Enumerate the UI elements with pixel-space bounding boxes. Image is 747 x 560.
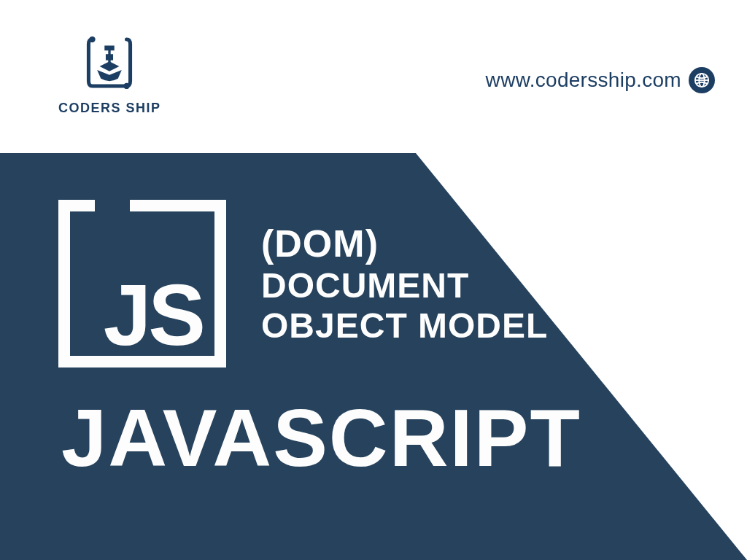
title-stack: (DOM) DOCUMENT OBJECT MODEL [261,222,548,346]
globe-icon [689,67,715,93]
svg-point-1 [124,83,130,89]
ship-icon [79,32,140,96]
content-block: JS (DOM) DOCUMENT OBJECT MODEL JAVASCRIP… [58,200,581,485]
banner-canvas: CODERS SHIP www.codersship.com JS [0,0,747,560]
brand-logo: CODERS SHIP [58,32,161,116]
title-line2: OBJECT MODEL [261,307,548,346]
svg-rect-2 [106,54,113,60]
svg-point-0 [90,36,96,42]
js-badge-text: JS [104,279,203,351]
header-area: CODERS SHIP www.codersship.com [0,0,747,153]
title-dom: (DOM) [261,222,548,265]
brand-name: CODERS SHIP [58,101,161,116]
js-badge: JS [58,200,226,368]
site-url: www.codersship.com [486,69,681,92]
site-url-block: www.codersship.com [486,67,715,93]
title-row: JS (DOM) DOCUMENT OBJECT MODEL [58,200,581,368]
title-main: JAVASCRIPT [61,391,581,485]
title-line1: DOCUMENT [261,267,548,306]
main-panel: JS (DOM) DOCUMENT OBJECT MODEL JAVASCRIP… [0,153,747,560]
